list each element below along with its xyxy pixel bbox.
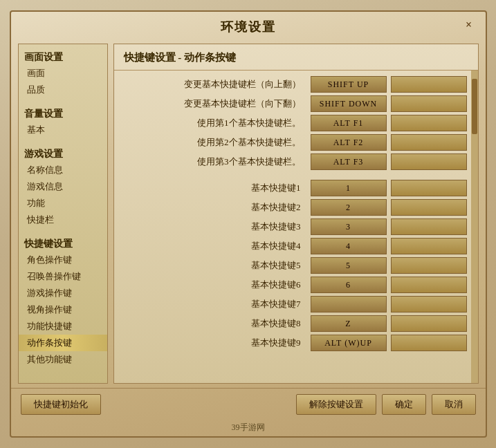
- sidebar-item[interactable]: 召唤兽操作键: [19, 268, 107, 285]
- close-button[interactable]: ×: [462, 17, 477, 32]
- sidebar-item[interactable]: 快捷栏: [19, 212, 107, 228]
- sidebar-item[interactable]: 功能: [19, 195, 107, 212]
- keybind-primary-btn[interactable]: 2: [311, 199, 387, 216]
- cancel-button[interactable]: 取消: [432, 394, 476, 415]
- keybind-secondary-btn[interactable]: [391, 238, 467, 254]
- scrollbar-thumb[interactable]: [472, 79, 477, 134]
- sidebar-divider: [19, 98, 107, 104]
- footer-left: 快捷键初始化: [21, 394, 101, 415]
- keybind-primary-btn[interactable]: 1: [311, 180, 387, 196]
- keybind-label: 变更基本快捷键栏（向上翻）: [118, 78, 306, 91]
- keybind-row: 变更基本快捷键栏（向下翻）SHIFT DOWN: [118, 95, 467, 112]
- keybind-row: 基本快捷键7: [118, 296, 467, 312]
- modal-body: 画面设置画面品质音量设置基本游戏设置名称信息游戏信息功能快捷栏快捷键设置角色操作…: [11, 39, 486, 388]
- settings-modal: 环境设置 × 画面设置画面品质音量设置基本游戏设置名称信息游戏信息功能快捷栏快捷…: [10, 10, 487, 438]
- modal-title: 环境设置: [221, 20, 276, 34]
- sidebar-item[interactable]: 游戏操作键: [19, 285, 107, 301]
- sidebar-item[interactable]: 角色操作键: [19, 252, 107, 268]
- unbind-button[interactable]: 解除按键设置: [296, 394, 376, 415]
- keybind-secondary-btn[interactable]: [391, 335, 467, 351]
- sidebar-divider: [19, 368, 107, 373]
- keybind-secondary-btn[interactable]: [391, 199, 467, 216]
- sidebar-section-title: 游戏设置: [19, 144, 107, 162]
- keybind-primary-btn[interactable]: 3: [311, 218, 387, 235]
- keybind-secondary-btn[interactable]: [391, 315, 467, 332]
- keybind-secondary-btn[interactable]: [391, 277, 467, 293]
- sidebar-item[interactable]: 其他功能键: [19, 351, 107, 368]
- keybind-row: 基本快捷键44: [118, 238, 467, 254]
- keybind-label: 基本快捷键4: [118, 240, 306, 252]
- reset-button[interactable]: 快捷键初始化: [21, 394, 101, 415]
- watermark: 39手游网: [11, 420, 486, 436]
- sidebar-item[interactable]: 动作条按键: [19, 335, 107, 351]
- sidebar-section-title: 音量设置: [19, 104, 107, 122]
- keybind-primary-btn[interactable]: SHIFT UP: [311, 76, 387, 93]
- keybind-primary-btn[interactable]: 6: [311, 277, 387, 293]
- keybind-primary-btn[interactable]: [311, 296, 387, 312]
- keybind-label: 使用第2个基本快捷键栏。: [118, 136, 306, 149]
- keybind-primary-btn[interactable]: ALT F1: [311, 115, 387, 131]
- sidebar-item[interactable]: 功能快捷键: [19, 318, 107, 335]
- keybind-primary-btn[interactable]: 5: [311, 257, 387, 274]
- keybind-primary-btn[interactable]: ALT F2: [311, 134, 387, 151]
- keybind-row: 基本快捷键11: [118, 180, 467, 196]
- modal-footer: 快捷键初始化 解除按键设置 确定 取消: [11, 388, 486, 420]
- keybind-label: 基本快捷键9: [118, 337, 306, 349]
- keybind-primary-btn[interactable]: SHIFT DOWN: [311, 95, 387, 112]
- keybind-label: 基本快捷键8: [118, 317, 306, 330]
- sidebar-section-title: 画面设置: [19, 47, 107, 65]
- content-header: 快捷键设置 - 动作条按键: [114, 44, 478, 71]
- keybind-label: 基本快捷键7: [118, 298, 306, 310]
- section-gap: [118, 173, 467, 180]
- keybind-row: 使用第3个基本快捷键栏。ALT F3: [118, 153, 467, 170]
- keybind-row: 使用第1个基本快捷键栏。ALT F1: [118, 115, 467, 131]
- footer-right: 解除按键设置 确定 取消: [296, 394, 476, 415]
- sidebar-item[interactable]: 视角操作键: [19, 301, 107, 318]
- content-scroll[interactable]: 变更基本快捷键栏（向上翻）SHIFT UP变更基本快捷键栏（向下翻）SHIFT …: [114, 71, 471, 383]
- keybind-secondary-btn[interactable]: [391, 76, 467, 93]
- keybind-row: 基本快捷键22: [118, 199, 467, 216]
- keybind-secondary-btn[interactable]: [391, 218, 467, 235]
- keybind-label: 使用第3个基本快捷键栏。: [118, 156, 306, 168]
- keybind-label: 基本快捷键6: [118, 279, 306, 291]
- keybind-label: 基本快捷键1: [118, 182, 306, 194]
- keybind-secondary-btn[interactable]: [391, 257, 467, 274]
- keybind-secondary-btn[interactable]: [391, 134, 467, 151]
- keybind-secondary-btn[interactable]: [391, 180, 467, 196]
- keybind-row: 基本快捷键9ALT (W)UP: [118, 335, 467, 351]
- keybind-row: 基本快捷键66: [118, 277, 467, 293]
- keybind-primary-btn[interactable]: ALT (W)UP: [311, 335, 387, 351]
- keybind-primary-btn[interactable]: Z: [311, 315, 387, 332]
- keybind-row: 基本快捷键8Z: [118, 315, 467, 332]
- sidebar-section-title: 快捷键设置: [19, 234, 107, 252]
- content-scroll-wrapper: 变更基本快捷键栏（向上翻）SHIFT UP变更基本快捷键栏（向下翻）SHIFT …: [114, 71, 478, 383]
- keybind-row: 基本快捷键55: [118, 257, 467, 274]
- sidebar-item[interactable]: 画面: [19, 65, 107, 82]
- sidebar-divider: [19, 138, 107, 144]
- sidebar-divider: [19, 228, 107, 234]
- keybind-primary-btn[interactable]: ALT F3: [311, 153, 387, 170]
- keybind-row: 使用第2个基本快捷键栏。ALT F2: [118, 134, 467, 151]
- keybind-label: 使用第1个基本快捷键栏。: [118, 117, 306, 129]
- sidebar: 画面设置画面品质音量设置基本游戏设置名称信息游戏信息功能快捷栏快捷键设置角色操作…: [18, 44, 108, 384]
- scrollbar-track: [471, 71, 478, 383]
- keybind-secondary-btn[interactable]: [391, 153, 467, 170]
- keybind-label: 基本快捷键3: [118, 221, 306, 233]
- ok-button[interactable]: 确定: [382, 394, 426, 415]
- sidebar-item[interactable]: 品质: [19, 82, 107, 98]
- keybind-secondary-btn[interactable]: [391, 95, 467, 112]
- keybind-row: 变更基本快捷键栏（向上翻）SHIFT UP: [118, 76, 467, 93]
- keybind-secondary-btn[interactable]: [391, 296, 467, 312]
- keybind-label: 基本快捷键5: [118, 259, 306, 272]
- keybind-label: 基本快捷键2: [118, 201, 306, 214]
- keybind-secondary-btn[interactable]: [391, 115, 467, 131]
- sidebar-item[interactable]: 名称信息: [19, 162, 107, 178]
- modal-title-bar: 环境设置 ×: [11, 12, 486, 39]
- sidebar-item[interactable]: 基本: [19, 122, 107, 138]
- keybind-label: 变更基本快捷键栏（向下翻）: [118, 97, 306, 110]
- main-content: 快捷键设置 - 动作条按键 变更基本快捷键栏（向上翻）SHIFT UP变更基本快…: [113, 44, 479, 384]
- modal-overlay: 环境设置 × 画面设置画面品质音量设置基本游戏设置名称信息游戏信息功能快捷栏快捷…: [0, 0, 496, 448]
- sidebar-item[interactable]: 游戏信息: [19, 178, 107, 195]
- keybind-row: 基本快捷键33: [118, 218, 467, 235]
- keybind-primary-btn[interactable]: 4: [311, 238, 387, 254]
